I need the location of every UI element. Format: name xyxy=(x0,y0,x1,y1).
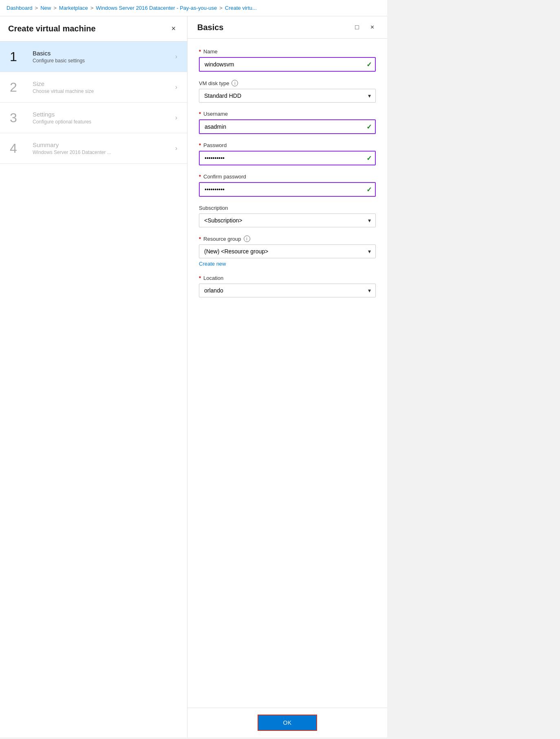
confirm-password-label: * Confirm password xyxy=(199,174,376,180)
username-input[interactable] xyxy=(199,119,376,134)
step-4-content: Summary Windows Server 2016 Datacenter .… xyxy=(33,141,175,155)
resource-group-label-text: Resource group xyxy=(203,236,241,242)
username-input-wrapper: ✓ xyxy=(199,119,376,134)
step-2-desc: Choose virtual machine size xyxy=(33,88,175,94)
resource-group-select[interactable]: (New) <Resource group> xyxy=(199,244,376,258)
breadcrumb: Dashboard > New > Marketplace > Windows … xyxy=(0,0,387,16)
left-panel-header: Create virtual machine × xyxy=(0,16,187,42)
resource-group-info-icon[interactable]: i xyxy=(244,235,250,242)
vm-disk-type-label: VM disk type i xyxy=(199,80,376,86)
step-1-content: Basics Configure basic settings xyxy=(33,50,175,64)
right-panel: Basics □ × * Name ✓ VM dis xyxy=(187,16,387,737)
breadcrumb-product[interactable]: Windows Server 2016 Datacenter - Pay-as-… xyxy=(96,5,217,11)
resource-group-required-star: * xyxy=(199,236,201,242)
password-form-group: * Password ✓ xyxy=(199,142,376,165)
breadcrumb-sep-1: > xyxy=(35,5,38,11)
username-form-group: * Username ✓ xyxy=(199,111,376,134)
step-2-item[interactable]: 2 Size Choose virtual machine size › xyxy=(0,72,187,103)
name-label: * Name xyxy=(199,48,376,55)
vm-disk-type-info-icon[interactable]: i xyxy=(231,80,238,86)
breadcrumb-sep-2: > xyxy=(53,5,57,11)
step-4-item[interactable]: 4 Summary Windows Server 2016 Datacenter… xyxy=(0,133,187,164)
password-check-icon: ✓ xyxy=(366,154,372,162)
vm-disk-type-form-group: VM disk type i Standard HDD Standard SSD… xyxy=(199,80,376,103)
step-4-desc: Windows Server 2016 Datacenter ... xyxy=(33,150,175,155)
step-4-title: Summary xyxy=(33,141,175,148)
name-input-wrapper: ✓ xyxy=(199,57,376,72)
maximize-button[interactable]: □ xyxy=(352,22,362,33)
confirm-password-input-wrapper: ✓ xyxy=(199,182,376,197)
right-panel-header: Basics □ × xyxy=(187,16,387,39)
password-label-text: Password xyxy=(203,142,227,148)
step-1-number: 1 xyxy=(10,50,26,63)
step-1-item[interactable]: 1 Basics Configure basic settings › xyxy=(0,42,187,72)
main-container: Create virtual machine × 1 Basics Config… xyxy=(0,16,387,737)
right-panel-footer: OK xyxy=(187,708,387,737)
password-input[interactable] xyxy=(199,151,376,165)
vm-disk-type-select-wrapper: Standard HDD Standard SSD Premium SSD xyxy=(199,89,376,103)
password-input-wrapper: ✓ xyxy=(199,151,376,165)
password-required-star: * xyxy=(199,142,201,148)
name-form-group: * Name ✓ xyxy=(199,48,376,72)
panel-actions: □ × xyxy=(352,22,377,33)
step-4-number: 4 xyxy=(10,142,26,155)
username-required-star: * xyxy=(199,111,201,117)
location-select-wrapper: orlando xyxy=(199,284,376,297)
confirm-password-required-star: * xyxy=(199,174,201,180)
subscription-label-text: Subscription xyxy=(199,205,228,211)
resource-group-label: * Resource group i xyxy=(199,235,376,242)
resource-group-form-group: * Resource group i (New) <Resource group… xyxy=(199,235,376,267)
step-2-chevron-icon: › xyxy=(175,84,177,91)
username-label-text: Username xyxy=(203,111,228,117)
location-label: * Location xyxy=(199,275,376,281)
step-4-chevron-icon: › xyxy=(175,145,177,152)
name-input[interactable] xyxy=(199,57,376,72)
vm-disk-type-label-text: VM disk type xyxy=(199,80,229,86)
step-3-number: 3 xyxy=(10,111,26,124)
username-label: * Username xyxy=(199,111,376,117)
step-3-content: Settings Configure optional features xyxy=(33,111,175,125)
subscription-form-group: Subscription <Subscription> xyxy=(199,205,376,227)
location-required-star: * xyxy=(199,275,201,281)
subscription-select-wrapper: <Subscription> xyxy=(199,213,376,227)
confirm-password-label-text: Confirm password xyxy=(203,174,246,180)
create-new-link[interactable]: Create new xyxy=(199,261,226,267)
step-2-title: Size xyxy=(33,80,175,87)
step-1-desc: Configure basic settings xyxy=(33,58,175,64)
step-3-title: Settings xyxy=(33,111,175,118)
step-2-content: Size Choose virtual machine size xyxy=(33,80,175,94)
resource-group-select-wrapper: (New) <Resource group> xyxy=(199,244,376,258)
step-3-desc: Configure optional features xyxy=(33,119,175,125)
confirm-password-form-group: * Confirm password ✓ xyxy=(199,174,376,197)
confirm-password-input[interactable] xyxy=(199,182,376,197)
step-3-chevron-icon: › xyxy=(175,114,177,121)
breadcrumb-dashboard[interactable]: Dashboard xyxy=(7,5,33,11)
ok-button[interactable]: OK xyxy=(258,715,317,731)
left-panel-title: Create virtual machine xyxy=(8,24,96,33)
breadcrumb-sep-4: > xyxy=(219,5,223,11)
name-required-star: * xyxy=(199,48,201,55)
location-select[interactable]: orlando xyxy=(199,284,376,297)
username-check-icon: ✓ xyxy=(366,123,372,131)
left-panel: Create virtual machine × 1 Basics Config… xyxy=(0,16,187,737)
location-form-group: * Location orlando xyxy=(199,275,376,297)
password-label: * Password xyxy=(199,142,376,148)
subscription-select[interactable]: <Subscription> xyxy=(199,213,376,227)
breadcrumb-sep-3: > xyxy=(90,5,94,11)
left-panel-close-button[interactable]: × xyxy=(168,23,179,35)
vm-disk-type-select[interactable]: Standard HDD Standard SSD Premium SSD xyxy=(199,89,376,103)
step-1-title: Basics xyxy=(33,50,175,57)
breadcrumb-current[interactable]: Create virtu... xyxy=(225,5,257,11)
right-panel-close-button[interactable]: × xyxy=(367,22,377,33)
subscription-label: Subscription xyxy=(199,205,376,211)
right-panel-title: Basics xyxy=(197,23,224,32)
steps-list: 1 Basics Configure basic settings › 2 Si… xyxy=(0,42,187,737)
step-1-chevron-icon: › xyxy=(175,53,177,60)
step-2-number: 2 xyxy=(10,81,26,94)
form-area: * Name ✓ VM disk type i Standard HDD S xyxy=(187,39,387,708)
breadcrumb-new[interactable]: New xyxy=(40,5,51,11)
breadcrumb-marketplace[interactable]: Marketplace xyxy=(59,5,88,11)
location-label-text: Location xyxy=(203,275,223,281)
name-check-icon: ✓ xyxy=(366,61,372,68)
step-3-item[interactable]: 3 Settings Configure optional features › xyxy=(0,103,187,133)
